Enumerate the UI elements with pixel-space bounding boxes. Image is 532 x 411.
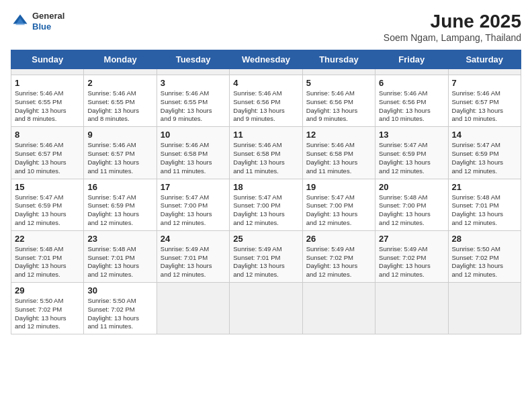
calendar-week-row: 29Sunrise: 5:50 AMSunset: 7:02 PMDayligh…: [11, 283, 521, 334]
day-number: 15: [15, 182, 80, 192]
day-number: 11: [233, 130, 298, 140]
day-info: Sunrise: 5:46 AMSunset: 6:57 PMDaylight:…: [452, 89, 517, 124]
logo-text: General Blue: [32, 11, 64, 32]
calendar-cell: 18Sunrise: 5:47 AMSunset: 7:00 PMDayligh…: [230, 179, 302, 230]
day-info: Sunrise: 5:48 AMSunset: 7:00 PMDaylight:…: [379, 193, 444, 228]
day-info: Sunrise: 5:47 AMSunset: 7:00 PMDaylight:…: [161, 193, 226, 228]
calendar-cell: 9Sunrise: 5:46 AMSunset: 6:57 PMDaylight…: [84, 127, 157, 179]
page-subtitle: Soem Ngam, Lampang, Thailand: [384, 32, 521, 43]
calendar-cell: [157, 283, 229, 334]
day-info: Sunrise: 5:49 AMSunset: 7:02 PMDaylight:…: [379, 245, 444, 279]
calendar-cell: 15Sunrise: 5:47 AMSunset: 6:59 PMDayligh…: [11, 179, 84, 230]
day-info: Sunrise: 5:49 AMSunset: 7:01 PMDaylight:…: [233, 245, 298, 279]
calendar-cell: 5Sunrise: 5:46 AMSunset: 6:56 PMDaylight…: [302, 75, 375, 127]
day-number: 27: [379, 234, 444, 244]
day-info: Sunrise: 5:49 AMSunset: 7:01 PMDaylight:…: [161, 245, 226, 279]
calendar-cell: 3Sunrise: 5:46 AMSunset: 6:55 PMDaylight…: [157, 75, 229, 127]
calendar-week-row: 1Sunrise: 5:46 AMSunset: 6:55 PMDaylight…: [11, 75, 521, 127]
day-number: 7: [452, 78, 517, 88]
calendar-cell: [230, 283, 302, 334]
day-number: 26: [306, 234, 371, 244]
calendar-cell: [11, 69, 84, 75]
day-info: Sunrise: 5:50 AMSunset: 7:02 PMDaylight:…: [87, 297, 152, 331]
day-info: Sunrise: 5:49 AMSunset: 7:02 PMDaylight:…: [306, 245, 371, 279]
calendar-day-header: Monday: [84, 50, 157, 69]
logo: General Blue: [11, 11, 64, 32]
day-info: Sunrise: 5:46 AMSunset: 6:58 PMDaylight:…: [233, 141, 298, 175]
day-number: 14: [452, 130, 517, 140]
day-info: Sunrise: 5:47 AMSunset: 6:59 PMDaylight:…: [379, 141, 444, 175]
calendar-week-row: 15Sunrise: 5:47 AMSunset: 6:59 PMDayligh…: [11, 179, 521, 230]
calendar-cell: 8Sunrise: 5:46 AMSunset: 6:57 PMDaylight…: [11, 127, 84, 179]
day-info: Sunrise: 5:46 AMSunset: 6:58 PMDaylight:…: [161, 141, 226, 175]
day-number: 16: [87, 182, 152, 192]
calendar-cell: 17Sunrise: 5:47 AMSunset: 7:00 PMDayligh…: [157, 179, 229, 230]
day-number: 28: [452, 234, 517, 244]
day-info: Sunrise: 5:46 AMSunset: 6:55 PMDaylight:…: [161, 89, 226, 124]
day-info: Sunrise: 5:50 AMSunset: 7:02 PMDaylight:…: [452, 245, 517, 279]
calendar-cell: 27Sunrise: 5:49 AMSunset: 7:02 PMDayligh…: [375, 230, 448, 282]
calendar-week-row: 8Sunrise: 5:46 AMSunset: 6:57 PMDaylight…: [11, 127, 521, 179]
day-number: 18: [233, 182, 298, 192]
calendar-day-header: Friday: [375, 50, 448, 69]
calendar-cell: [302, 283, 375, 334]
calendar-cell: [375, 283, 448, 334]
day-info: Sunrise: 5:46 AMSunset: 6:58 PMDaylight:…: [306, 141, 371, 175]
day-info: Sunrise: 5:48 AMSunset: 7:01 PMDaylight:…: [452, 193, 517, 228]
calendar-cell: [230, 69, 302, 75]
calendar-table: SundayMondayTuesdayWednesdayThursdayFrid…: [11, 50, 521, 334]
day-number: 8: [15, 130, 80, 140]
day-number: 21: [452, 182, 517, 192]
calendar-cell: 30Sunrise: 5:50 AMSunset: 7:02 PMDayligh…: [84, 283, 157, 334]
calendar-cell: 1Sunrise: 5:46 AMSunset: 6:55 PMDaylight…: [11, 75, 84, 127]
calendar-cell: 16Sunrise: 5:47 AMSunset: 6:59 PMDayligh…: [84, 179, 157, 230]
calendar-cell: [448, 69, 521, 75]
calendar-cell: 4Sunrise: 5:46 AMSunset: 6:56 PMDaylight…: [230, 75, 302, 127]
calendar-cell: 6Sunrise: 5:46 AMSunset: 6:56 PMDaylight…: [375, 75, 448, 127]
day-number: 30: [87, 285, 152, 295]
day-number: 1: [15, 78, 80, 88]
calendar-day-header: Thursday: [302, 50, 375, 69]
day-number: 9: [87, 130, 152, 140]
calendar-cell: 7Sunrise: 5:46 AMSunset: 6:57 PMDaylight…: [448, 75, 521, 127]
calendar-cell: 21Sunrise: 5:48 AMSunset: 7:01 PMDayligh…: [448, 179, 521, 230]
calendar-cell: [448, 283, 521, 334]
day-number: 4: [233, 78, 298, 88]
day-info: Sunrise: 5:46 AMSunset: 6:56 PMDaylight:…: [379, 89, 444, 124]
day-number: 29: [15, 285, 80, 295]
day-info: Sunrise: 5:47 AMSunset: 6:59 PMDaylight:…: [15, 193, 80, 228]
day-info: Sunrise: 5:50 AMSunset: 7:02 PMDaylight:…: [15, 297, 80, 331]
calendar-day-header: Saturday: [448, 50, 521, 69]
day-number: 12: [306, 130, 371, 140]
logo-general-text: General: [32, 11, 64, 21]
title-section: June 2025 Soem Ngam, Lampang, Thailand: [384, 11, 521, 43]
calendar-cell: [302, 69, 375, 75]
day-info: Sunrise: 5:46 AMSunset: 6:56 PMDaylight:…: [233, 89, 298, 124]
calendar-cell: 2Sunrise: 5:46 AMSunset: 6:55 PMDaylight…: [84, 75, 157, 127]
calendar-cell: 19Sunrise: 5:47 AMSunset: 7:00 PMDayligh…: [302, 179, 375, 230]
day-number: 20: [379, 182, 444, 192]
calendar-cell: 29Sunrise: 5:50 AMSunset: 7:02 PMDayligh…: [11, 283, 84, 334]
calendar-cell: 23Sunrise: 5:48 AMSunset: 7:01 PMDayligh…: [84, 230, 157, 282]
calendar-cell: 11Sunrise: 5:46 AMSunset: 6:58 PMDayligh…: [230, 127, 302, 179]
day-info: Sunrise: 5:47 AMSunset: 7:00 PMDaylight:…: [306, 193, 371, 228]
calendar-cell: 28Sunrise: 5:50 AMSunset: 7:02 PMDayligh…: [448, 230, 521, 282]
day-number: 17: [161, 182, 226, 192]
day-info: Sunrise: 5:48 AMSunset: 7:01 PMDaylight:…: [87, 245, 152, 279]
day-info: Sunrise: 5:47 AMSunset: 6:59 PMDaylight:…: [452, 141, 517, 175]
day-number: 19: [306, 182, 371, 192]
calendar-week-row: [11, 69, 521, 75]
day-info: Sunrise: 5:46 AMSunset: 6:57 PMDaylight:…: [87, 141, 152, 175]
logo-blue-text: Blue: [32, 21, 64, 32]
logo-icon: [11, 12, 30, 31]
calendar-cell: 26Sunrise: 5:49 AMSunset: 7:02 PMDayligh…: [302, 230, 375, 282]
day-number: 25: [233, 234, 298, 244]
day-info: Sunrise: 5:46 AMSunset: 6:57 PMDaylight:…: [15, 141, 80, 175]
calendar-cell: [84, 69, 157, 75]
day-number: 6: [379, 78, 444, 88]
day-info: Sunrise: 5:46 AMSunset: 6:55 PMDaylight:…: [87, 89, 152, 124]
day-number: 22: [15, 234, 80, 244]
calendar-day-header: Sunday: [11, 50, 84, 69]
day-number: 5: [306, 78, 371, 88]
day-number: 24: [161, 234, 226, 244]
